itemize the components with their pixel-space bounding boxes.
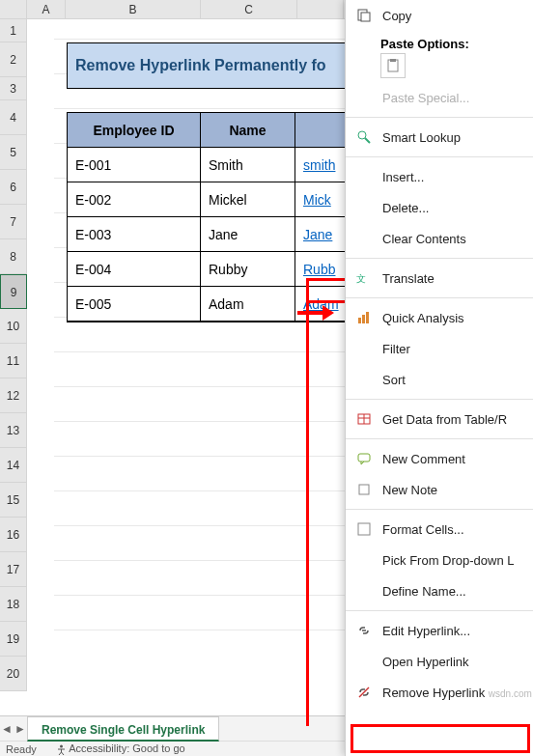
cell-name-2[interactable]: Mickel <box>201 182 295 217</box>
svg-point-4 <box>358 131 366 139</box>
menu-paste-special: Paste Special... <box>346 82 533 113</box>
row-header-11[interactable]: 11 <box>0 344 27 378</box>
row-header-3[interactable]: 3 <box>0 77 27 100</box>
row-header-8[interactable]: 8 <box>0 239 27 274</box>
row-header-6[interactable]: 6 <box>0 170 27 205</box>
note-icon <box>355 481 373 498</box>
menu-sort[interactable]: Sort <box>346 364 533 395</box>
cell-name-1[interactable]: Smith <box>201 148 295 182</box>
svg-rect-14 <box>359 485 369 494</box>
cell-id-1[interactable]: E-001 <box>68 148 201 182</box>
menu-separator <box>346 117 533 118</box>
sheet-tab-bar: ◄ ► Remove Single Cell Hyperlink <box>0 715 348 741</box>
row-header-14[interactable]: 14 <box>0 448 27 483</box>
row-header-18[interactable]: 18 <box>0 587 27 622</box>
menu-clear-contents[interactable]: Clear Contents <box>346 223 533 254</box>
status-bar: Ready Accessibility: Good to go <box>0 741 348 756</box>
col-header-d[interactable] <box>297 0 344 18</box>
menu-edit-hyperlink[interactable]: Edit Hyperlink... <box>346 615 533 646</box>
header-employee-id[interactable]: Employee ID <box>68 113 201 148</box>
svg-rect-15 <box>358 523 370 535</box>
row-header-2[interactable]: 2 <box>0 42 27 77</box>
menu-insert[interactable]: Insert... <box>346 161 533 192</box>
svg-rect-3 <box>390 59 396 62</box>
row-header-9[interactable]: 9 <box>0 274 27 309</box>
cell-name-5[interactable]: Adam <box>201 287 295 322</box>
svg-line-5 <box>365 138 370 143</box>
menu-paste-button[interactable] <box>380 53 406 78</box>
menu-new-note[interactable]: New Note <box>346 474 533 505</box>
sheet-tab-active[interactable]: Remove Single Cell Hyperlink <box>27 716 219 742</box>
accessibility-icon <box>56 744 67 755</box>
cell-id-4[interactable]: E-004 <box>68 252 201 287</box>
row-header-1[interactable]: 1 <box>0 19 27 42</box>
menu-new-comment[interactable]: New Comment <box>346 443 533 474</box>
translate-icon: 文 <box>355 269 373 287</box>
menu-pick-from-dropdown[interactable]: Pick From Drop-down L <box>346 545 533 575</box>
clipboard-icon <box>385 58 401 73</box>
row-header-15[interactable]: 15 <box>0 483 27 518</box>
menu-quick-analysis[interactable]: Quick Analysis <box>346 302 533 333</box>
svg-point-17 <box>60 744 63 747</box>
svg-text:文: 文 <box>356 273 366 284</box>
row-header-19[interactable]: 19 <box>0 622 27 657</box>
link-icon <box>355 622 373 639</box>
menu-smart-lookup[interactable]: Smart Lookup <box>346 122 533 153</box>
svg-rect-13 <box>358 454 370 462</box>
cell-id-5[interactable]: E-005 <box>68 287 201 322</box>
data-table: Employee ID Name E-001 Smith smith E-002… <box>67 112 354 322</box>
quick-analysis-icon <box>355 309 373 326</box>
menu-delete[interactable]: Delete... <box>346 192 533 223</box>
menu-open-hyperlink[interactable]: Open Hyperlink <box>346 646 533 677</box>
menu-format-cells[interactable]: Format Cells... <box>346 514 533 545</box>
svg-rect-7 <box>358 318 361 323</box>
copy-icon <box>355 7 373 24</box>
format-cells-icon <box>355 520 373 538</box>
row-header-13[interactable]: 13 <box>0 413 27 448</box>
tab-nav-next[interactable]: ► <box>14 722 27 736</box>
cell-name-4[interactable]: Rubby <box>201 252 295 287</box>
row-header-12[interactable]: 12 <box>0 378 27 413</box>
remove-link-icon <box>355 684 373 701</box>
search-icon <box>355 128 373 146</box>
svg-rect-9 <box>366 312 369 323</box>
menu-paste-options-label: Paste Options: <box>346 31 533 53</box>
header-name[interactable]: Name <box>201 113 295 148</box>
cell-id-2[interactable]: E-002 <box>68 182 201 217</box>
col-header-a[interactable]: A <box>27 0 66 18</box>
menu-define-name[interactable]: Define Name... <box>346 575 533 606</box>
cell-id-3[interactable]: E-003 <box>68 217 201 252</box>
row-header-5[interactable]: 5 <box>0 135 27 170</box>
menu-get-data[interactable]: Get Data from Table/R <box>346 404 533 434</box>
menu-copy[interactable]: Copy <box>346 0 533 31</box>
status-accessibility: Accessibility: Good to go <box>56 742 185 755</box>
row-header-16[interactable]: 16 <box>0 518 27 552</box>
row-header-7[interactable]: 7 <box>0 205 27 239</box>
col-header-b[interactable]: B <box>66 0 201 18</box>
menu-translate[interactable]: 文 Translate <box>346 263 533 294</box>
comment-icon <box>355 450 373 467</box>
row-header-17[interactable]: 17 <box>0 552 27 587</box>
annotation-line <box>306 303 309 726</box>
context-menu: Copy Paste Options: Paste Special... Sma… <box>345 0 533 756</box>
col-header-c[interactable]: C <box>201 0 297 18</box>
row-header-4[interactable]: 4 <box>0 100 27 135</box>
table-icon <box>355 410 373 428</box>
menu-remove-hyperlink[interactable]: Remove Hyperlink wsdn.com <box>346 677 533 708</box>
row-header-20[interactable]: 20 <box>0 657 27 691</box>
menu-filter[interactable]: Filter <box>346 333 533 364</box>
status-ready: Ready <box>6 743 37 755</box>
select-all-corner[interactable] <box>0 0 27 18</box>
menu-copy-label: Copy <box>382 9 533 23</box>
row-headers: 1 2 3 4 5 6 7 8 9 10 11 12 13 14 15 16 1… <box>0 19 27 691</box>
row-header-10[interactable]: 10 <box>0 309 27 344</box>
svg-rect-8 <box>362 315 365 323</box>
cell-name-3[interactable]: Jane <box>201 217 295 252</box>
tab-nav-prev[interactable]: ◄ <box>0 722 14 736</box>
svg-rect-1 <box>361 13 370 21</box>
